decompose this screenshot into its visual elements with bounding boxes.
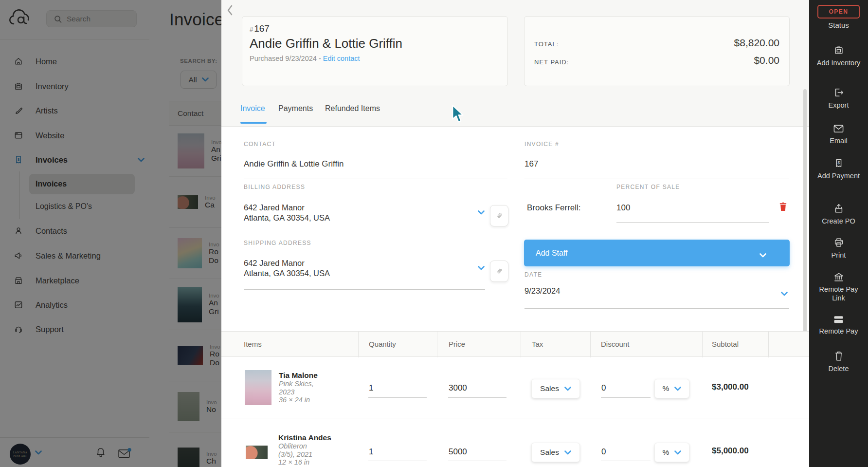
percent-of-sale-label: PERCENT OF SALE [616, 184, 680, 190]
customer-card: # 167 Andie Griffin & Lottie Griffin Pur… [242, 16, 508, 86]
discount-unit-dropdown[interactable]: % [654, 443, 689, 462]
rail-action-remote-pay-link[interactable]: Remote Pay Link [809, 272, 868, 302]
action-rail: OPEN Status Add Inventory Export Email $… [809, 0, 868, 467]
contact-label: CONTACT [244, 141, 276, 148]
remove-staff-trash-icon[interactable] [779, 202, 787, 212]
input-underline [601, 397, 651, 398]
rail-action-add-inventory[interactable]: Add Inventory [809, 45, 868, 67]
remote-pay-link-bank-icon [833, 272, 844, 282]
email-icon [833, 124, 844, 133]
artwork-thumbnail[interactable] [246, 446, 268, 459]
customer-name: Andie Griffin & Lottie Griffin [250, 36, 405, 52]
rail-action-print[interactable]: Print [809, 237, 868, 260]
status-label[interactable]: Status [809, 21, 868, 29]
date-field[interactable]: 9/23/2024 [524, 286, 560, 296]
add-payment-icon: $ [833, 158, 844, 168]
rail-action-label: Remote Pay [815, 327, 862, 336]
add-inventory-icon [833, 45, 844, 56]
input-underline [368, 461, 427, 461]
discount-field[interactable]: 0 [601, 447, 606, 457]
discount-unit-dropdown[interactable]: % [654, 379, 689, 398]
rail-action-label: Print [815, 251, 862, 260]
column-divider [521, 332, 521, 357]
status-badge[interactable]: OPEN [817, 5, 860, 19]
billing-address-field[interactable]: 642 Jared Manor Atlanta, GA 30354, USA [244, 203, 330, 223]
input-underline [524, 179, 789, 179]
chevron-down-icon [564, 450, 571, 455]
purchased-date-text: Purchased 9/23/2024 - [250, 55, 321, 62]
contact-field[interactable]: Andie Griffin & Lottie Griffin [244, 159, 344, 169]
table-row: Tia Malone Pink Skies, 2023 36 × 24 in 1… [221, 357, 809, 418]
column-divider [437, 332, 437, 357]
totals-card: TOTAL: $8,820.00 NET PAID: $0.00 [524, 16, 790, 86]
remote-pay-card-icon [833, 315, 844, 324]
column-divider [768, 332, 769, 357]
column-divider [358, 332, 359, 357]
artwork-year: 2023 [279, 388, 318, 396]
add-staff-button[interactable]: Add Staff [524, 240, 790, 266]
modal-dim-overlay [0, 0, 221, 467]
artwork-thumbnail[interactable] [245, 370, 271, 405]
row-subtotal: $5,000.00 [712, 446, 749, 456]
invoice-number-hash: # [250, 26, 253, 33]
modal-scrollbar[interactable] [803, 89, 807, 344]
staff-percent-field[interactable]: 100 [616, 203, 630, 213]
artwork-dimensions: 12 × 16 in [278, 458, 331, 467]
artwork-title: Obliteron [278, 442, 331, 450]
rail-action-delete[interactable]: Delete [809, 351, 868, 373]
discount-field[interactable]: 0 [601, 383, 606, 393]
rail-action-create-po[interactable]: Create PO [809, 203, 868, 225]
input-underline [368, 397, 427, 398]
tax-dropdown[interactable]: Sales [531, 443, 580, 462]
rail-action-add-payment[interactable]: $ Add Payment [809, 158, 868, 180]
input-underline [616, 222, 769, 223]
delete-trash-icon [834, 351, 844, 361]
discount-unit-value: % [663, 384, 669, 393]
artwork-artist[interactable]: Tia Malone [279, 371, 318, 380]
staff-name: Brooks Ferrell: [527, 203, 581, 213]
date-label: DATE [524, 271, 542, 278]
column-header-discount: Discount [601, 340, 629, 348]
app-screen: Search Home Inventory Artists Website $ … [0, 0, 868, 467]
rail-action-export[interactable]: Export [809, 87, 868, 110]
column-header-price: Price [449, 340, 465, 348]
input-underline [244, 179, 507, 179]
edit-contact-link[interactable]: Edit contact [323, 55, 360, 62]
rail-action-label: Add Payment [815, 171, 862, 180]
net-paid-value: $0.00 [754, 55, 779, 66]
tax-dropdown[interactable]: Sales [531, 379, 580, 398]
shipping-address-field[interactable]: 642 Jared Manor Atlanta, GA 30354, USA [244, 258, 330, 279]
shipping-attachment-button[interactable] [490, 261, 508, 282]
add-staff-label: Add Staff [536, 249, 568, 258]
tab-invoice[interactable]: Invoice [240, 104, 265, 113]
quantity-field[interactable]: 1 [369, 447, 373, 457]
artwork-title: Pink Skies, [279, 380, 318, 388]
row-subtotal: $3,000.00 [712, 382, 749, 392]
shipping-chevron-down-icon[interactable] [478, 266, 485, 270]
price-field[interactable]: 3000 [449, 383, 467, 393]
invoice-detail-modal: # 167 Andie Griffin & Lottie Griffin Pur… [221, 0, 809, 467]
total-label: TOTAL: [534, 40, 559, 48]
total-value: $8,820.00 [734, 37, 779, 49]
input-underline [448, 397, 506, 398]
quantity-field[interactable]: 1 [369, 383, 373, 393]
tax-value: Sales [540, 384, 559, 393]
discount-unit-value: % [663, 448, 669, 457]
table-row: Kristina Andes Obliteron (3/5), 2021 12 … [221, 419, 809, 467]
rail-action-remote-pay[interactable]: Remote Pay [809, 315, 868, 336]
tab-payments[interactable]: Payments [278, 104, 313, 113]
rail-action-email[interactable]: Email [809, 124, 868, 145]
export-icon [833, 87, 844, 98]
artwork-artist[interactable]: Kristina Andes [278, 433, 331, 442]
print-icon [833, 237, 844, 248]
tab-refunded-items[interactable]: Refunded Items [325, 104, 380, 113]
billing-chevron-down-icon[interactable] [478, 210, 485, 215]
date-chevron-down-icon[interactable] [781, 292, 788, 296]
billing-attachment-button[interactable] [490, 205, 508, 226]
rail-action-label: Email [815, 136, 862, 145]
input-underline [244, 234, 485, 234]
invoice-number-field[interactable]: 167 [524, 159, 538, 169]
back-chevron-icon[interactable] [226, 4, 237, 17]
shipping-line1: 642 Jared Manor [244, 258, 330, 268]
price-field[interactable]: 5000 [449, 447, 467, 457]
